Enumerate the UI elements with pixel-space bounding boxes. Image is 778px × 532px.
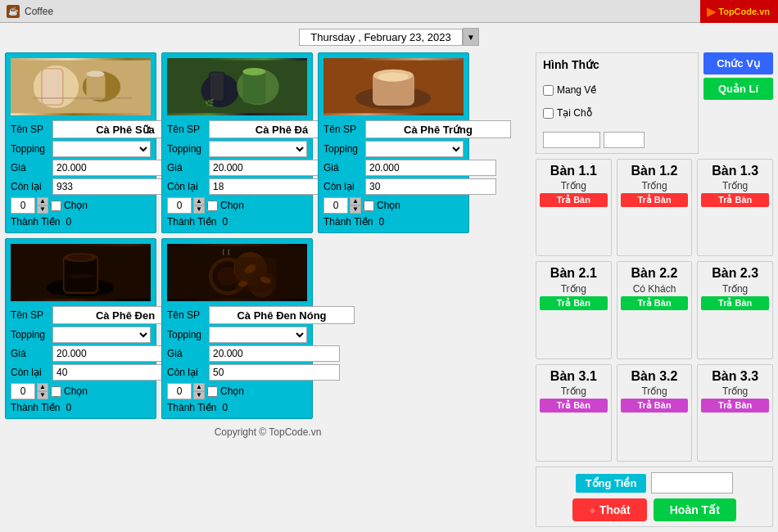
product-card-cafe-sua: Tên SP Topping Giá Còn lại: [5, 52, 156, 233]
spinner-up[interactable]: ▲: [193, 197, 205, 205]
product-image-cafe-trung: [323, 58, 464, 115]
top-right-buttons: Chức Vụ Quản Lí: [703, 52, 773, 100]
so-luong-input[interactable]: [11, 197, 35, 214]
so-luong-input[interactable]: [323, 197, 348, 214]
chon-checkbox[interactable]: [51, 201, 61, 211]
svg-point-27: [68, 255, 93, 260]
table-card-1.1[interactable]: Bàn 1.1TrốngTrả Bàn: [536, 159, 612, 256]
spinner-up[interactable]: ▲: [37, 197, 48, 205]
table-card-3.2[interactable]: Bàn 3.2TrốngTrả Bàn: [617, 364, 693, 462]
ten-sp-row: Tên SP: [167, 120, 307, 138]
ten-sp-input[interactable]: [209, 306, 355, 324]
ten-sp-input[interactable]: [365, 120, 511, 138]
spinner-up[interactable]: ▲: [350, 197, 361, 205]
tra-ban-button-3.3[interactable]: Trả Bàn: [701, 399, 769, 413]
so-luong-input[interactable]: [167, 383, 192, 399]
table-card-2.2[interactable]: Bàn 2.2Có KháchTrả Bàn: [617, 261, 693, 358]
thanh-tien-row: Thành Tiền 0: [323, 216, 464, 228]
thanh-tien-row: Thành Tiền 0: [167, 402, 307, 413]
table-name-1.2: Bàn 1.2: [631, 163, 678, 178]
tra-ban-button-2.1[interactable]: Trả Bàn: [540, 296, 608, 310]
spinner-group: ▲ ▼: [167, 383, 205, 399]
table-card-2.1[interactable]: Bàn 2.1TrốngTrả Bàn: [536, 261, 612, 358]
ten-sp-row: Tên SP: [323, 120, 464, 138]
mang-ve-checkbox[interactable]: [543, 85, 554, 96]
product-form-cafe-trung: Tên SP Topping Giá Còn lại: [323, 120, 464, 228]
spinner-down[interactable]: ▼: [350, 205, 361, 214]
gia-label: Giá: [11, 162, 50, 174]
tra-ban-button-1.1[interactable]: Trả Bàn: [540, 193, 608, 207]
date-bar: ▼: [5, 28, 773, 46]
date-dropdown-button[interactable]: ▼: [463, 28, 479, 46]
hinh-thuc-input-2[interactable]: [604, 132, 645, 148]
product-card-cafe-den-nong: Tên SP Topping Giá Còn lại: [161, 238, 313, 419]
gia-row: Giá: [323, 160, 464, 176]
table-card-1.3[interactable]: Bàn 1.3TrốngTrả Bàn: [697, 159, 773, 256]
thanh-tien-label: Thành Tiền: [167, 216, 216, 228]
app-icon: ☕: [7, 5, 20, 18]
topping-label: Topping: [11, 143, 50, 155]
tra-ban-button-2.2[interactable]: Trả Bàn: [621, 296, 689, 310]
table-card-2.3[interactable]: Bàn 2.3TrốngTrả Bàn: [697, 261, 773, 358]
spinner-up[interactable]: ▲: [37, 383, 48, 391]
tra-ban-button-3.2[interactable]: Trả Bàn: [621, 399, 689, 413]
hinh-thuc-input-1[interactable]: [543, 132, 600, 148]
spinner-down[interactable]: ▼: [193, 391, 205, 399]
hoan-tat-button[interactable]: Hoàn Tất: [654, 498, 736, 521]
chon-checkbox[interactable]: [207, 201, 218, 211]
tra-ban-button-1.3[interactable]: Trả Bàn: [701, 193, 769, 207]
chon-checkbox[interactable]: [51, 386, 61, 397]
products-row-1: Tên SP Topping Giá Còn lại: [5, 52, 531, 233]
tra-ban-button-3.1[interactable]: Trả Bàn: [540, 399, 608, 413]
topping-select[interactable]: [52, 327, 151, 343]
table-card-3.3[interactable]: Bàn 3.3TrốngTrả Bàn: [697, 364, 773, 462]
tai-cho-checkbox[interactable]: [543, 108, 554, 119]
spinner-up[interactable]: ▲: [193, 383, 205, 391]
tai-cho-label: Tại Chỗ: [557, 107, 592, 119]
topping-select[interactable]: [365, 141, 464, 157]
topping-row: Topping: [167, 327, 307, 343]
tong-tien-label: Tổng Tiền: [576, 474, 647, 493]
tong-tien-input[interactable]: [651, 472, 733, 494]
product-form-cafe-da: Tên SP Topping Giá Còn lại: [167, 120, 307, 228]
con-lai-input[interactable]: [209, 364, 340, 381]
spinner-group: ▲ ▼: [11, 197, 48, 214]
product-image-cafe-den: [11, 244, 151, 301]
thanh-tien-label: Thành Tiền: [11, 402, 60, 413]
gia-input[interactable]: [365, 160, 496, 176]
so-luong-input[interactable]: [11, 383, 35, 399]
thoat-button[interactable]: ● Thoát: [572, 498, 647, 521]
con-lai-row: Còn lại: [323, 178, 464, 195]
product-image-cafe-den-nong: [167, 244, 307, 301]
tra-ban-button-2.3[interactable]: Trả Bàn: [701, 296, 769, 310]
table-status-3.1: Trống: [561, 385, 586, 397]
con-lai-row: Còn lại: [11, 364, 151, 381]
title-bar: ☕ Coffee ▶ TopCode.vn: [0, 0, 778, 23]
ten-sp-row: Tên SP: [11, 306, 151, 324]
chon-checkbox[interactable]: [207, 386, 218, 397]
gia-input[interactable]: [209, 345, 340, 362]
ten-sp-label: Tên SP: [167, 124, 206, 135]
tra-ban-button-1.2[interactable]: Trả Bàn: [621, 193, 689, 207]
topping-row: Topping: [323, 141, 464, 157]
table-card-1.2[interactable]: Bàn 1.2TrốngTrả Bàn: [617, 159, 693, 256]
chuc-vu-button[interactable]: Chức Vụ: [703, 52, 773, 74]
right-panel: Hình Thức Mang Về Tại Chỗ Chức: [536, 52, 773, 527]
tai-cho-row: Tại Chỗ: [543, 107, 592, 119]
quan-li-button[interactable]: Quản Lí: [703, 78, 773, 100]
date-input[interactable]: [299, 29, 463, 46]
topping-select[interactable]: [209, 327, 307, 343]
topping-select[interactable]: [52, 141, 151, 157]
svg-text:🌿: 🌿: [205, 98, 215, 108]
table-card-3.1[interactable]: Bàn 3.1TrốngTrả Bàn: [536, 364, 612, 462]
table-status-1.1: Trống: [561, 180, 586, 192]
topping-select[interactable]: [209, 141, 307, 157]
topping-label: Topping: [323, 143, 363, 155]
chon-checkbox[interactable]: [364, 201, 374, 211]
spinner-down[interactable]: ▼: [37, 391, 48, 399]
spinner-down[interactable]: ▼: [37, 205, 48, 214]
con-lai-label: Còn lại: [323, 181, 363, 192]
spinner-down[interactable]: ▼: [193, 205, 205, 214]
con-lai-input[interactable]: [365, 178, 496, 195]
so-luong-input[interactable]: [167, 197, 192, 214]
